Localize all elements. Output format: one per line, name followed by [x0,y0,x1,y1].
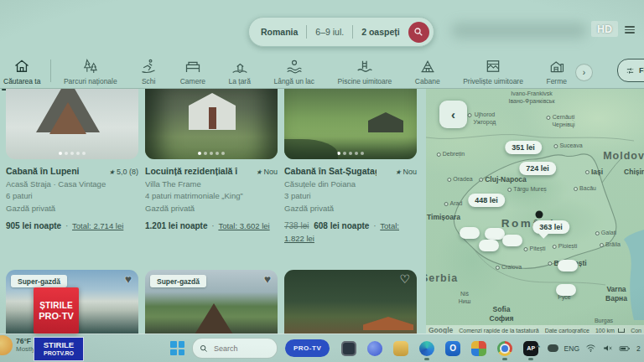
listing-card[interactable]: Super-gazdă [145,270,278,335]
categories-next-button[interactable]: › [575,64,593,81]
running-indicator [424,358,429,360]
category-tab[interactable]: Ferme [546,58,567,85]
keyboard-shortcuts-link[interactable]: Comenzi rapide de la tastatură [459,328,538,334]
category-tab[interactable]: La țară [228,58,250,85]
volume-muted-icon[interactable] [602,343,613,354]
favorite-heart-icon[interactable] [125,273,132,285]
category-tab[interactable]: Căutarea ta [3,58,40,85]
search-icon [413,27,423,37]
listing-card[interactable]: Cabană în Lupeni 5,0 (8) Acasă Straja · … [6,89,138,232]
category-tab[interactable]: Camere [180,58,205,85]
file-explorer-icon[interactable] [392,339,410,358]
listing-title[interactable]: Cabană în Sat-Șugatag [284,166,377,176]
listing-subtitle: Căsuțele din Poiana [284,179,417,189]
favorite-heart-icon[interactable] [264,273,271,285]
map-city-label: Iași [591,168,603,177]
listing-photo[interactable] [145,89,278,159]
category-tab[interactable]: Piscine uimitoare [338,58,392,85]
listing-price: 1.201 lei noapte [145,221,207,230]
listing-total-price[interactable]: Total: 3.602 lei [218,221,269,230]
category-label: Schi [142,77,156,85]
hidden-tray-icon[interactable] [548,344,558,352]
countryside-icon [231,58,248,75]
filters-button[interactable]: Filtre [617,59,644,82]
cabin-icon [419,58,436,75]
map-price-pin[interactable] [556,284,576,296]
category-tab[interactable]: Schi [140,58,157,85]
listing-rating: Nou [395,168,417,176]
category-label: Lângă un lac [273,77,314,85]
listing-host-type: Gazdă privată [145,204,278,213]
listing-card[interactable] [284,270,417,335]
battery-icon[interactable] [619,343,631,354]
listing-price-row: 738 lei 608 lei noapte · Total: 1.822 le… [284,220,417,246]
search-dates[interactable]: 6–9 iul. [315,27,344,37]
listing-title[interactable]: Cabană în Lupeni [6,166,80,176]
map-city-label: Varna Варна [605,285,627,303]
category-tab[interactable]: Parcuri naționale [64,58,117,85]
carousel-dots[interactable] [337,152,364,155]
carousel-dots[interactable] [198,152,225,155]
category-tab[interactable]: Cabane [415,58,440,85]
windows-start-button[interactable] [170,341,184,355]
favorite-heart-icon[interactable] [399,273,410,285]
listing-card[interactable]: Cabană în Sat-Șugatag Nou Căsuțele din P… [284,89,417,246]
map-panel[interactable]: Ujhorod Ужгород Ivano-Frankivsk Івано-Фр… [426,89,644,335]
search-input[interactable] [212,344,262,354]
listing-card[interactable]: Locuință rezidențială în ... Nou Villa T… [145,89,278,232]
search-guests[interactable]: 2 oaspeți [361,27,400,37]
taskbar-search-box[interactable] [192,338,278,359]
view-icon [485,58,501,75]
listing-photo[interactable] [284,270,417,335]
search-button[interactable] [408,22,429,43]
clock[interactable]: 2 [636,344,644,353]
farm-icon [548,58,565,75]
map-data-link[interactable]: Date cartografice [545,328,589,334]
listing-photo[interactable]: Super-gazdă [145,270,278,335]
protv-taskbar-button[interactable]: PRO-TV [285,339,330,357]
listing-subtitle: Villa The Frame [145,179,278,189]
divider [352,25,353,39]
filters-icon [626,66,635,75]
listing-total-price[interactable]: Total: 2.714 lei [72,221,123,230]
taskbar-center: PRO-TV O AP [170,338,540,359]
tray-expand-icon[interactable]: ⌃ [535,344,542,353]
filters-label: Filtre [639,66,644,75]
hd-badge: HD [591,21,618,37]
taskbar-weather-widget[interactable]: 76°F Mostly [0,335,35,355]
search-location[interactable]: Romania [261,27,298,37]
search-bar[interactable]: Romania 6–9 iul. 2 oaspeți [248,17,434,47]
terms-link[interactable]: Con [631,328,641,334]
carousel-dots[interactable] [59,152,86,155]
map-city-label: Debrețin [443,150,465,158]
map-price-pin[interactable] [460,227,480,239]
map-price-pin[interactable] [502,235,522,246]
map-price-pin[interactable]: 363 lei [532,220,569,234]
map-city-label: Sofia София [490,305,514,323]
map-price-pin[interactable]: 448 lei [468,194,505,207]
teams-icon[interactable] [366,339,384,358]
listing-title[interactable]: Locuință rezidențială în ... [145,166,237,176]
store-icon[interactable] [470,339,488,358]
listing-photo[interactable] [6,89,138,159]
listing-price-row: 1.201 lei noapte · Total: 3.602 lei [145,220,278,233]
map-price-pin[interactable]: 724 lei [519,162,556,175]
map-price-pin[interactable]: 351 lei [505,141,542,154]
divider [50,59,51,82]
outlook-icon[interactable]: O [444,339,462,358]
map-price-pin[interactable] [479,240,499,251]
category-tab[interactable]: Priveliște uimitoare [463,58,523,85]
selected-listing-map-dot[interactable] [536,211,543,219]
category-label: La țară [228,77,250,85]
category-label: Căutarea ta [3,77,40,85]
task-view-icon[interactable] [340,339,358,358]
wifi-icon[interactable] [585,343,596,354]
language-indicator[interactable]: ENG [564,344,579,353]
chrome-icon[interactable] [496,339,514,358]
category-tab[interactable]: Lângă un lac [273,58,314,85]
map-city-label: Ploiești [558,242,578,250]
edge-icon[interactable] [418,339,436,358]
map-price-pin[interactable] [558,260,578,272]
map-collapse-button[interactable]: ‹ [439,101,467,128]
listing-photo[interactable] [284,89,417,159]
